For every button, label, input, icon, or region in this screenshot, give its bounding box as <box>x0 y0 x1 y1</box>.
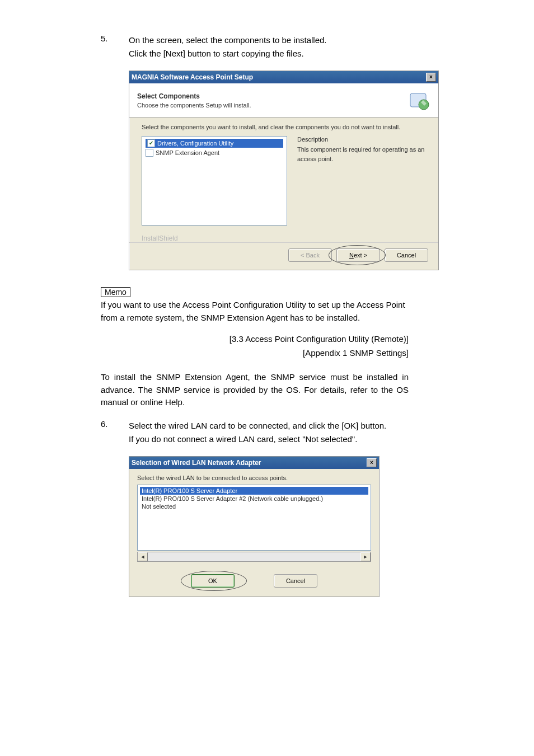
next-button[interactable]: Next > <box>336 248 380 262</box>
adapter-option-2[interactable]: Intel(R) PRO/100 S Server Adapter #2 (Ne… <box>140 495 368 503</box>
memo-label: Memo <box>101 287 130 297</box>
snmp-paragraph: To install the SNMP Extension Agent, the… <box>101 371 409 409</box>
dialog-titlebar: MAGNIA Software Access Point Setup × <box>129 71 438 83</box>
description-text: This component is required for operating… <box>297 145 426 163</box>
cancel-button[interactable]: Cancel <box>385 248 428 262</box>
dialog-title: MAGNIA Software Access Point Setup <box>132 73 253 81</box>
close-icon[interactable]: × <box>367 458 377 467</box>
checkbox-checked-icon[interactable]: ✔ <box>147 139 155 147</box>
scroll-right-icon[interactable]: ► <box>360 552 371 561</box>
description-label: Description <box>297 136 426 143</box>
components-listbox[interactable]: ✔ Drivers, Configuration Utility SNMP Ex… <box>142 136 287 226</box>
horizontal-scrollbar[interactable]: ◄ ► <box>137 552 371 562</box>
reference-link-1: [3.3 Access Point Configuration Utility … <box>101 334 409 344</box>
component-item-snmp[interactable]: SNMP Extension Agent <box>146 149 283 157</box>
select-components-dialog: MAGNIA Software Access Point Setup × Sel… <box>129 71 439 270</box>
checkbox-unchecked-icon[interactable] <box>146 149 153 157</box>
step-text: On the screen, select the components to … <box>129 34 409 60</box>
dialog-heading: Select Components <box>137 92 251 100</box>
dialog-instruction: Select the components you want to instal… <box>142 123 426 132</box>
dialog-titlebar: Selection of Wired LAN Network Adapter × <box>129 457 379 469</box>
scroll-left-icon[interactable]: ◄ <box>138 552 148 561</box>
dialog-subheading: Choose the components Setup will install… <box>137 102 251 109</box>
close-icon[interactable]: × <box>426 73 436 82</box>
component-item-drivers[interactable]: ✔ Drivers, Configuration Utility <box>146 139 283 148</box>
reference-link-2: [Appendix 1 SNMP Settings] <box>101 348 409 358</box>
adapter-listbox[interactable]: Intel(R) PRO/100 S Server Adapter Intel(… <box>137 485 371 551</box>
adapter-option-1[interactable]: Intel(R) PRO/100 S Server Adapter <box>140 487 368 495</box>
installshield-brand: InstallShield <box>129 230 438 242</box>
step-number: 5. <box>101 34 129 60</box>
step-text: Select the wired LAN card to be connecte… <box>129 419 409 446</box>
dialog-instruction: Select the wired LAN to be connected to … <box>137 475 371 481</box>
dialog-title: Selection of Wired LAN Network Adapter <box>132 459 261 467</box>
select-adapter-dialog: Selection of Wired LAN Network Adapter ×… <box>129 456 380 597</box>
memo-paragraph: If you want to use the Access Point Conf… <box>101 299 409 324</box>
adapter-option-3[interactable]: Not selected <box>140 503 368 510</box>
installer-icon <box>408 89 430 111</box>
cancel-button[interactable]: Cancel <box>274 574 317 588</box>
back-button: < Back <box>288 248 332 262</box>
ok-button[interactable]: OK <box>191 574 235 588</box>
step-number: 6. <box>101 419 129 446</box>
